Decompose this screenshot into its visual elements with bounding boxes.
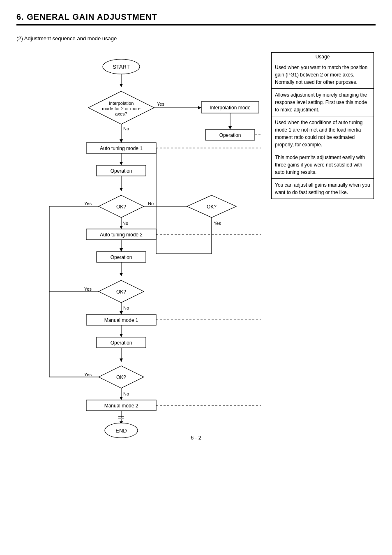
diagram-area: START Interpolation made for 2 or more a…: [16, 48, 376, 418]
flowchart-svg: START Interpolation made for 2 or more a…: [16, 48, 271, 402]
svg-text:Yes: Yes: [84, 287, 92, 291]
svg-text:Auto tuning mode 1: Auto tuning mode 1: [100, 146, 143, 151]
svg-text:made for 2 or more: made for 2 or more: [102, 106, 141, 111]
svg-marker-27: [120, 188, 123, 191]
svg-marker-37: [120, 226, 123, 229]
usage-row-4: This mode permits adjustment easily with…: [272, 151, 374, 179]
svg-text:axes?: axes?: [115, 111, 127, 116]
svg-text:Auto tuning mode 2: Auto tuning mode 2: [100, 232, 143, 238]
svg-text:No: No: [123, 126, 129, 131]
svg-text:OK?: OK?: [207, 204, 217, 210]
svg-marker-14: [228, 126, 232, 130]
svg-text:Manual mode 2: Manual mode 2: [104, 403, 138, 409]
page-number: 6 - 2: [191, 435, 201, 441]
svg-marker-65: [120, 311, 123, 314]
svg-marker-58: [120, 273, 123, 276]
svg-text:Operation: Operation: [111, 168, 132, 174]
svg-marker-3: [120, 84, 123, 87]
usage-row-1: Used when you want to match the position…: [272, 61, 374, 89]
svg-text:Interpolation: Interpolation: [109, 101, 134, 106]
page-footer: 6 - 2: [16, 435, 376, 441]
section-subtitle: (2) Adjustment sequence and mode usage: [16, 35, 376, 42]
svg-text:Yes: Yes: [157, 102, 164, 106]
svg-text:OK?: OK?: [116, 204, 126, 210]
svg-text:Yes: Yes: [214, 221, 221, 226]
svg-text:No: No: [123, 305, 129, 310]
svg-marker-70: [120, 334, 123, 337]
svg-marker-19: [120, 139, 123, 143]
usage-row-5: You can adjust all gains manually when y…: [272, 179, 374, 199]
svg-marker-23: [120, 162, 123, 165]
svg-text:OK?: OK?: [116, 289, 126, 295]
svg-text:No: No: [122, 221, 128, 226]
usage-table: Usage Used when you want to match the po…: [271, 52, 374, 199]
svg-text:OK?: OK?: [116, 375, 126, 380]
svg-text:END: END: [115, 428, 127, 434]
usage-row-3: Used when the conditions of auto tuning …: [272, 116, 374, 151]
page-title: 6. GENERAL GAIN ADJUSTMENT: [16, 12, 376, 22]
usage-table-header: Usage: [272, 53, 374, 61]
usage-row-2: Allows adjustment by merely changing the…: [272, 89, 374, 116]
svg-text:No: No: [148, 201, 154, 206]
svg-marker-74: [120, 358, 123, 362]
svg-marker-81: [120, 397, 123, 400]
svg-text:Interpolation mode: Interpolation mode: [210, 105, 251, 111]
svg-marker-10: [198, 106, 201, 109]
svg-text:Operation: Operation: [219, 132, 241, 138]
svg-text:Operation: Operation: [111, 340, 132, 346]
svg-text:Yes: Yes: [84, 372, 92, 377]
flowchart: START Interpolation made for 2 or more a…: [16, 48, 271, 418]
page-header: 6. GENERAL GAIN ADJUSTMENT: [16, 12, 376, 25]
svg-text:Operation: Operation: [111, 254, 132, 260]
svg-marker-54: [120, 248, 123, 252]
svg-text:START: START: [113, 64, 129, 70]
svg-text:No: No: [123, 391, 129, 396]
svg-text:Manual mode 1: Manual mode 1: [104, 317, 138, 323]
svg-text:Yes: Yes: [84, 201, 92, 206]
